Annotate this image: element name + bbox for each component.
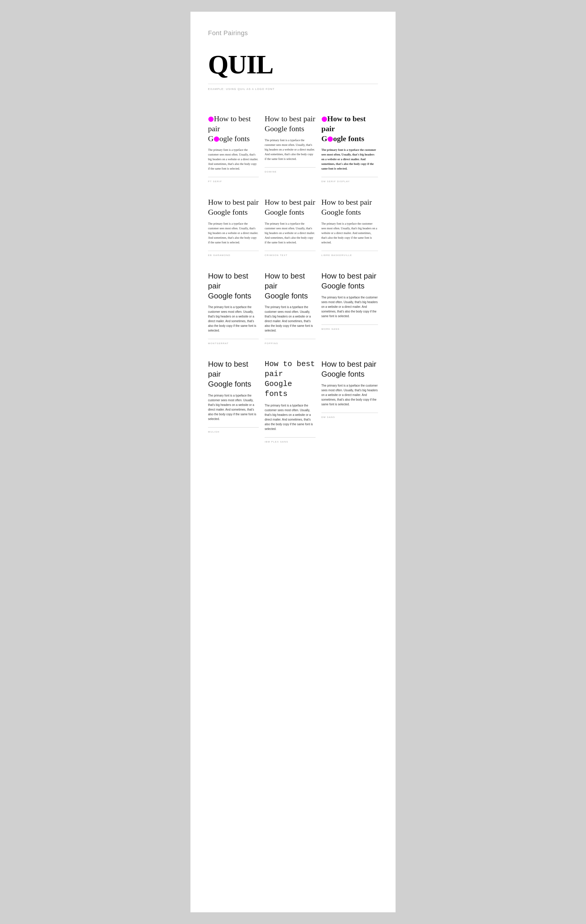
font-cell-eb-garamond: How to best pairGoogle fonts The primary… — [208, 189, 265, 262]
font-body-dm-sans: The primary font is a typeface the custo… — [321, 383, 378, 407]
font-name-montserrat: MONTSERRAT — [208, 342, 259, 345]
font-body-ibm-plex-sans: The primary font is a typeface the custo… — [265, 403, 315, 431]
font-name-domine: DOMINE — [265, 170, 315, 173]
page-container: Font Pairings QUIL EXAMPLE: USING QUIL A… — [190, 12, 396, 912]
font-name-mulish: MULISH — [208, 431, 259, 433]
font-divider-poppins — [265, 339, 315, 339]
font-cell-ibm-plex-sans: How to best pairGoogle fonts The primary… — [265, 351, 321, 449]
logo-section: QUIL EXAMPLE: USING QUIL AS A LOGO FONT — [208, 51, 378, 91]
logo-text: QUIL — [208, 51, 378, 78]
font-body-pt-serif: The primary font is a typeface the custo… — [208, 148, 259, 171]
font-name-libre-baskerville: LIBRE BASKERVILLE — [321, 254, 378, 257]
font-cell-poppins: How to best pairGoogle fonts The primary… — [265, 262, 321, 351]
annotation-dot-2 — [214, 137, 219, 142]
font-name-eb-garamond: EB GARAMOND — [208, 254, 259, 257]
annotation-dot-1 — [208, 117, 214, 122]
font-body-poppins: The primary font is a typeface the custo… — [265, 305, 315, 333]
font-name-poppins: POPPINS — [265, 342, 315, 345]
font-name-dm-sans: DM SANS — [321, 416, 378, 419]
font-divider-domine — [265, 167, 315, 168]
font-divider-libre-baskerville — [321, 251, 378, 251]
font-heading-libre-baskerville: How to best pairGoogle fonts — [321, 197, 378, 217]
font-divider-eb-garamond — [208, 251, 259, 251]
font-body-dm-serif: The primary font is a typeface the custo… — [321, 148, 378, 171]
font-body-montserrat: The primary font is a typeface the custo… — [208, 305, 259, 333]
font-divider-dm-sans — [321, 412, 378, 413]
font-body-libre-baskerville: The primary font is a typeface the custo… — [321, 221, 378, 245]
font-heading-crimson-text: How to best pairGoogle fonts — [265, 197, 315, 217]
font-cell-montserrat: How to best pairGoogle fonts The primary… — [208, 262, 265, 351]
font-body-domine: The primary font is a typeface the custo… — [265, 138, 315, 162]
font-body-work-sans: The primary font is a typeface the custo… — [321, 295, 378, 318]
font-divider-pt-serif — [208, 177, 259, 177]
font-divider-crimson-text — [265, 251, 315, 251]
font-heading-dm-serif: How to best pairGogle fonts — [321, 114, 378, 144]
font-name-work-sans: WORK SANS — [321, 328, 378, 330]
font-heading-domine: How to best pairGoogle fonts — [265, 114, 315, 134]
font-divider-dm-serif — [321, 177, 378, 177]
font-name-dm-serif: DM SERIF DISPLAY — [321, 180, 378, 183]
font-grid-row3: How to best pairGoogle fonts The primary… — [208, 262, 378, 351]
logo-caption: EXAMPLE: USING QUIL AS A LOGO FONT — [208, 87, 378, 91]
font-cell-pt-serif: How to best pairGogle fonts The primary … — [208, 105, 265, 189]
font-heading-work-sans: How to best pairGoogle fonts — [321, 271, 378, 291]
annotation-dot-3 — [322, 117, 327, 122]
font-heading-montserrat: How to best pairGoogle fonts — [208, 271, 259, 301]
logo-divider — [208, 84, 378, 84]
font-grid-row1: How to best pairGogle fonts The primary … — [208, 105, 378, 189]
font-grid-row4: How to best pairGoogle fonts The primary… — [208, 351, 378, 449]
font-grid-row2: How to best pairGoogle fonts The primary… — [208, 189, 378, 262]
font-body-crimson-text: The primary font is a typeface the custo… — [265, 221, 315, 245]
heading-wrapper-dm-serif: How to best pairGogle fonts — [321, 114, 378, 144]
font-cell-crimson-text: How to best pairGoogle fonts The primary… — [265, 189, 321, 262]
font-cell-mulish: How to best pairGoogle fonts The primary… — [208, 351, 265, 449]
font-cell-dm-sans: How to best pairGoogle fonts The primary… — [321, 351, 378, 449]
font-name-ibm-plex-sans: IBM PLEX SANS — [265, 441, 315, 443]
font-heading-poppins: How to best pairGoogle fonts — [265, 271, 315, 301]
font-heading-eb-garamond: How to best pairGoogle fonts — [208, 197, 259, 217]
heading-wrapper-pt-serif: How to best pairGogle fonts — [208, 114, 259, 144]
font-cell-dm-serif: How to best pairGogle fonts The primary … — [321, 105, 378, 189]
font-divider-montserrat — [208, 339, 259, 339]
font-name-pt-serif: PT SERIF — [208, 180, 259, 183]
font-cell-domine: How to best pairGoogle fonts The primary… — [265, 105, 321, 189]
font-body-mulish: The primary font is a typeface the custo… — [208, 393, 259, 421]
font-heading-pt-serif: How to best pairGogle fonts — [208, 114, 259, 144]
font-cell-work-sans: How to best pairGoogle fonts The primary… — [321, 262, 378, 351]
font-heading-mulish: How to best pairGoogle fonts — [208, 359, 259, 389]
font-heading-ibm-plex-sans: How to best pairGoogle fonts — [265, 359, 315, 399]
font-body-eb-garamond: The primary font is a typeface the custo… — [208, 221, 259, 245]
page-title: Font Pairings — [208, 29, 378, 37]
font-heading-dm-sans: How to best pairGoogle fonts — [321, 359, 378, 379]
font-name-crimson-text: CRIMSON TEXT — [265, 254, 315, 257]
annotation-dot-4 — [328, 137, 333, 142]
font-cell-libre-baskerville: How to best pairGoogle fonts The primary… — [321, 189, 378, 262]
